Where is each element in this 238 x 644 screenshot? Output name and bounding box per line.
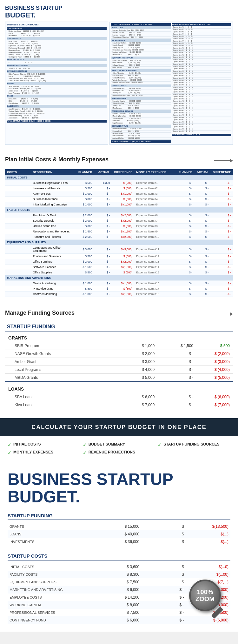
expense-label: Expense Item #18 xyxy=(134,291,176,297)
table-row: INVESTMENTS $ 36,000 $ $(...) xyxy=(8,538,230,546)
large-costs-header: STARTUP COSTS xyxy=(8,553,230,560)
mini-expense-row: Expense Item #5 $- $- $- xyxy=(172,36,231,38)
item-planned: $ 2,000 xyxy=(76,218,94,223)
feature-budget-summary: ✓ BUDGET SUMMARY xyxy=(83,442,155,447)
large-title-line2: BUDGET. xyxy=(8,487,80,506)
exp-actual: $ - xyxy=(194,185,210,191)
expense-label: Expense Item #8 xyxy=(134,223,176,229)
mini-expense-row: Expense Item #37 $- $- $- xyxy=(172,110,231,112)
mini-costs-header: STARTUP COSTS xyxy=(7,37,107,40)
mini-initial-costs: INITIAL COSTS xyxy=(111,26,171,29)
mini-row: Facility Costs $ 8,300 $ - $ (8,300) xyxy=(7,43,107,45)
item-actual: $ - xyxy=(94,218,112,223)
mini-expense-row: Expense Item #44 $- $- $- xyxy=(172,126,231,128)
funding-row-label-2: LOANS xyxy=(8,530,97,538)
exp-actual: $ - xyxy=(194,180,210,185)
item-diff: $ (3,000) xyxy=(112,245,135,253)
funding-row-planned-3: $ 36,000 xyxy=(97,538,141,546)
mini-expense-row: Expense Item #23 $- $- $- xyxy=(172,77,231,80)
item-diff: $ (800) xyxy=(112,286,135,291)
large-title: BUSINESS STARTUP BUDGET. xyxy=(8,471,230,505)
exp-diff: $ - xyxy=(210,286,233,291)
expense-label: Expense Item #11 xyxy=(134,245,176,253)
item-actual: $ - xyxy=(94,245,112,253)
transition-text-1: Plan Initial Costs & Monthly Expenses xyxy=(5,156,109,163)
mini-row: Marketing & Advert. $ 3,300 $ - $ (3,300… xyxy=(7,51,107,54)
exp-actual: $ - xyxy=(194,259,210,264)
grant-label-3: Amber Grant xyxy=(5,358,119,366)
mini-detail-row: Renovations and Remodeling $3,800 $- $(3… xyxy=(111,49,171,51)
exp-diff: $ - xyxy=(210,245,233,253)
feature-label-2: BUDGET SUMMARY xyxy=(89,442,125,446)
mini-row: SBA $ 7,000 $ - $ (7,000) xyxy=(7,100,107,102)
mini-grants: GRANTS xyxy=(7,82,107,85)
funding-row-actual-1: $ xyxy=(141,523,186,530)
exp-diff: $ - xyxy=(210,185,233,191)
expense-label: Expense Item #17 xyxy=(134,286,176,291)
mini-row: Local Programs $ 4,000 $ - $ (4,000) xyxy=(7,92,107,94)
mini-facility: FACILITY COSTS xyxy=(111,39,171,42)
mini-expense-row: Expense Item #29 $- $- $- xyxy=(172,91,231,93)
mini-row: Loans $ 40,000 $ - $ (40,000) xyxy=(7,32,107,35)
funding-section: STARTUP FUNDING GRANTS SBIR Program $ 1,… xyxy=(0,319,238,418)
table-row: Security Deposit $ 2,000 $ - $ (2,000) E… xyxy=(5,218,233,223)
exp-planned: $ - xyxy=(176,280,195,286)
table-row: SBA Loans $ 6,000 $ - $ (6,000) xyxy=(5,393,233,401)
exp-actual: $ - xyxy=(194,245,210,253)
table-row: Local Programs $ 4,000 $ - $ (4,000) xyxy=(5,366,233,373)
mini-title: BUSINESS STARTUP BUDGET. xyxy=(7,23,107,26)
cost-row-planned-7: $ 7,500 xyxy=(97,609,141,616)
check-icon-2: ✓ xyxy=(83,442,87,447)
col-actual: ACTUAL xyxy=(94,169,112,175)
item-desc: Business Insurance xyxy=(31,196,76,202)
item-diff: $ (200) xyxy=(112,180,135,185)
item-planned: $ 1,000 xyxy=(76,202,94,207)
mini-detail-row: Office Supplies $100 $- $(100) xyxy=(111,67,171,69)
item-diff: $ (2,000) xyxy=(112,218,135,223)
mini-expense-row: Expense Item #22 $- $- $- xyxy=(172,75,231,77)
mini-total: TOTAL STARTUP FUNDING $ 55,000 $ 1,500 $… xyxy=(7,120,107,123)
mini-expense-row: Expense Item #7 $- $- $- xyxy=(172,40,231,43)
mini-expense-row: Expense Item #27 $- $- $- xyxy=(172,87,231,89)
feature-monthly-expenses: ✓ MONTHLY EXPENSES xyxy=(8,450,80,455)
exp-diff: $ - xyxy=(210,180,233,185)
cost-row-actual-8: $ - xyxy=(141,616,186,624)
cost-row-actual-1: $ xyxy=(141,563,186,571)
item-desc: Licenses and Permits xyxy=(31,185,76,191)
funding-row-label-1: GRANTS xyxy=(8,523,97,530)
item-actual: $ - xyxy=(94,253,112,259)
mini-detail-row: Shipping Day Fee $800 $- $(800) xyxy=(111,103,171,105)
mini-detail-row: Employee Benefits $4,000 $- $(4,000) xyxy=(111,88,171,90)
mini-row: Venture Capital Firms $ 12,000 $ - $ (12… xyxy=(7,110,107,112)
mini-row: Initial Costs $ 3,600 $ - $ (3,600) xyxy=(7,40,107,43)
item-actual: $ - xyxy=(94,223,112,229)
item-actual: $ - xyxy=(94,291,112,297)
cost-category xyxy=(5,270,31,275)
cost-row-label-7: PROFESSIONAL SERVICES xyxy=(8,609,97,616)
feature-revenue-projections: ✓ REVENUE PROJECTIONS xyxy=(83,450,155,455)
table-row: Office Furniture $ 2,000 $ - $ (2,000) E… xyxy=(5,259,233,264)
table-row: MBDA Grants $ 5,000 $ - $ (5,000) xyxy=(5,373,233,382)
grant-diff-4: $ (4,000) xyxy=(196,366,233,373)
mini-detail-row: Additional Staffing $2,000 $- $(2,000) xyxy=(111,138,171,140)
cost-category xyxy=(5,291,31,297)
item-diff: $ (2,500) xyxy=(112,234,135,239)
item-desc: Computers and Office Equipment xyxy=(31,245,76,253)
mini-expense-row: Expense Item #39 $- $- $- xyxy=(172,114,231,117)
item-planned: $ 2,000 xyxy=(76,212,94,218)
exp-diff: $ - xyxy=(210,253,233,259)
table-row: Office Supplies $ 500 $ - $ (500) Expens… xyxy=(5,270,233,275)
grant-diff-1: $ 500 xyxy=(196,342,233,350)
exp-diff: $ - xyxy=(210,202,233,207)
item-desc: Office Supplies xyxy=(31,270,76,275)
mini-expense-row: Expense Item #30 $- $- $- xyxy=(172,94,231,96)
cost-category xyxy=(5,223,31,229)
exp-actual: $ - xyxy=(194,202,210,207)
spreadsheet-section: BUSINESS STARTUP BUDGET. BUSINESS STARTU… xyxy=(0,0,238,150)
features-section: ✓ INITIAL COSTS ✓ BUDGET SUMMARY ✓ START… xyxy=(0,436,238,461)
item-planned: $ 300 xyxy=(76,223,94,229)
exp-actual: $ - xyxy=(194,234,210,239)
cost-category xyxy=(5,191,31,196)
mini-expense-row: Expense Item #33 $- $- $- xyxy=(172,100,231,103)
cost-category xyxy=(5,212,31,218)
